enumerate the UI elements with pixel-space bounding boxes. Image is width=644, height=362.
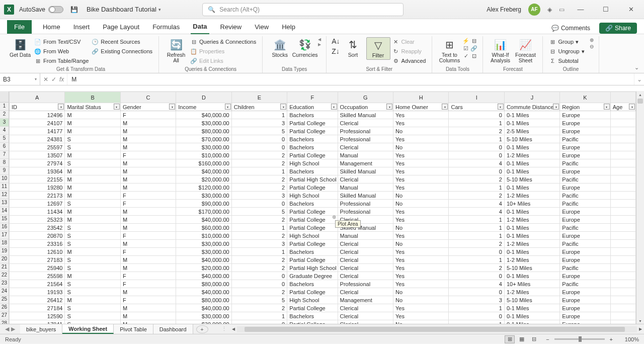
cell[interactable]: M xyxy=(120,127,176,135)
cell[interactable]: 2 xyxy=(449,264,504,272)
table-row[interactable]: 12590SM$30,000.001BachelorsClericalYes00… xyxy=(10,312,636,320)
row-header[interactable]: 24 xyxy=(0,288,9,296)
tab-help[interactable]: Help xyxy=(280,20,297,34)
cell[interactable]: M xyxy=(65,216,120,224)
cell[interactable]: Yes xyxy=(393,248,449,256)
expand-formula-icon[interactable]: ⌄ xyxy=(634,73,644,85)
name-box[interactable]: B3▾ xyxy=(0,73,40,85)
tab-data[interactable]: Data xyxy=(191,20,209,34)
tab-home[interactable]: Home xyxy=(41,20,62,34)
cell[interactable]: S xyxy=(65,320,120,324)
hide-detail-icon[interactable]: ⊖ xyxy=(590,44,594,49)
row-header[interactable]: 11 xyxy=(0,183,9,191)
cell[interactable]: Yes xyxy=(393,272,449,280)
filter-dropdown-icon[interactable]: ▾ xyxy=(169,104,175,110)
sheet-tab-pivot-table[interactable]: Pivot Table xyxy=(114,324,153,334)
col-header-B[interactable]: B xyxy=(65,92,120,103)
page-break-view-icon[interactable]: ⊟ xyxy=(529,335,539,343)
row-header[interactable]: 13 xyxy=(0,199,9,207)
cell[interactable]: 24107 xyxy=(10,119,65,127)
cell[interactable]: Partial College xyxy=(287,151,338,159)
cell[interactable]: 26412 xyxy=(10,296,65,304)
cell[interactable]: 2 xyxy=(231,184,287,192)
filter-dropdown-icon[interactable]: ▾ xyxy=(442,104,448,110)
cell[interactable]: Professional xyxy=(338,280,393,288)
cell[interactable]: Pacific xyxy=(560,240,610,248)
table-row[interactable]: 27183SM$40,000.002Partial CollegeClerica… xyxy=(10,256,636,264)
cell[interactable]: 19364 xyxy=(10,167,65,175)
row-header[interactable]: 14 xyxy=(0,207,9,215)
cell[interactable]: S xyxy=(65,288,120,296)
cell[interactable]: 2 xyxy=(449,192,504,200)
cell[interactable]: $80,000.00 xyxy=(176,280,231,288)
cell[interactable]: M xyxy=(120,216,176,224)
cell[interactable]: Yes xyxy=(393,264,449,272)
cell[interactable]: M xyxy=(120,320,176,324)
cell[interactable]: Partial College xyxy=(287,288,338,296)
cell[interactable]: Partial College xyxy=(287,320,338,324)
cell[interactable]: Bachelors xyxy=(287,280,338,288)
cell[interactable]: Yes xyxy=(393,135,449,143)
row-header[interactable]: 21 xyxy=(0,263,9,272)
cell[interactable]: Pacific xyxy=(560,135,610,143)
cell[interactable]: 25940 xyxy=(10,264,65,272)
cell[interactable]: 23542 xyxy=(10,224,65,232)
table-row[interactable]: 11434MM$170,000.005Partial CollegeProfes… xyxy=(10,208,636,216)
maximize-button[interactable]: ☐ xyxy=(597,3,615,17)
cell[interactable]: M xyxy=(120,288,176,296)
table-row[interactable]: 19193SM$40,000.002Partial CollegeClerica… xyxy=(10,288,636,296)
cell[interactable]: High School xyxy=(287,192,338,200)
table-row[interactable]: 22155MM$20,000.002Partial High SchoolCle… xyxy=(10,175,636,184)
cell[interactable]: M xyxy=(65,111,120,119)
cell[interactable]: S xyxy=(65,304,120,312)
cell[interactable]: Yes xyxy=(393,208,449,216)
cell[interactable]: No xyxy=(393,127,449,135)
currencies-button[interactable]: 💱Currencies xyxy=(293,37,317,58)
scroll-left-icon[interactable]: ◀ xyxy=(230,327,237,331)
cell[interactable]: 2 xyxy=(449,240,504,248)
cell[interactable]: $30,000.00 xyxy=(176,312,231,320)
cell[interactable]: Europe xyxy=(560,256,610,264)
cell[interactable]: 22155 xyxy=(10,175,65,184)
cell[interactable]: $40,000.00 xyxy=(176,216,231,224)
row-header[interactable]: 22 xyxy=(0,272,9,280)
row-header[interactable]: 9 xyxy=(0,167,9,175)
group-rows[interactable]: ⊞Group ▾ xyxy=(548,37,585,46)
cell[interactable]: 0 xyxy=(449,151,504,159)
cell[interactable]: M xyxy=(65,248,120,256)
cell[interactable]: 0-1 Miles xyxy=(504,119,559,127)
cell[interactable]: Bachelors xyxy=(287,248,338,256)
cell[interactable]: 27974 xyxy=(10,159,65,167)
row-header[interactable]: 1 xyxy=(0,103,9,111)
cell[interactable]: 0 xyxy=(449,167,504,175)
col-header-E[interactable]: E xyxy=(231,92,287,103)
cell[interactable]: 0 xyxy=(449,111,504,119)
cell[interactable]: 1 xyxy=(449,232,504,240)
cell[interactable]: Europe xyxy=(560,167,610,175)
cell[interactable]: 27183 xyxy=(10,256,65,264)
cell[interactable]: S xyxy=(65,232,120,240)
filter-header-marital-status[interactable]: Marital Status▾ xyxy=(65,103,120,111)
row-header[interactable]: 18 xyxy=(0,239,9,247)
sort-asc-icon[interactable]: A↓ xyxy=(332,37,340,45)
table-row[interactable]: 27184SM$40,000.002Partial CollegeClerica… xyxy=(10,304,636,312)
cell[interactable]: S xyxy=(65,143,120,151)
table-row[interactable]: 24381SM$70,000.000BachelorsProfessionalY… xyxy=(10,135,636,143)
cell[interactable]: 0 xyxy=(449,288,504,296)
cell[interactable]: Pacific xyxy=(560,200,610,208)
cell[interactable]: No xyxy=(393,288,449,296)
cell[interactable]: 11434 xyxy=(10,208,65,216)
cell[interactable]: 0-1 Miles xyxy=(504,143,559,151)
cell[interactable]: 0 xyxy=(449,312,504,320)
cell[interactable]: High School xyxy=(287,296,338,304)
scroll-up-icon[interactable]: ▲ xyxy=(636,92,644,98)
col-header-G[interactable]: G xyxy=(338,92,393,103)
cell[interactable]: 22173 xyxy=(10,192,65,200)
cell[interactable]: M xyxy=(120,208,176,216)
cell[interactable]: 2 xyxy=(231,288,287,296)
cell[interactable]: Graduate Degree xyxy=(287,272,338,280)
cell[interactable]: 0-1 Miles xyxy=(504,312,559,320)
cell[interactable]: Partial College xyxy=(287,119,338,127)
cell[interactable]: 1-2 Miles xyxy=(504,256,559,264)
cell[interactable]: 0-1 Miles xyxy=(504,304,559,312)
